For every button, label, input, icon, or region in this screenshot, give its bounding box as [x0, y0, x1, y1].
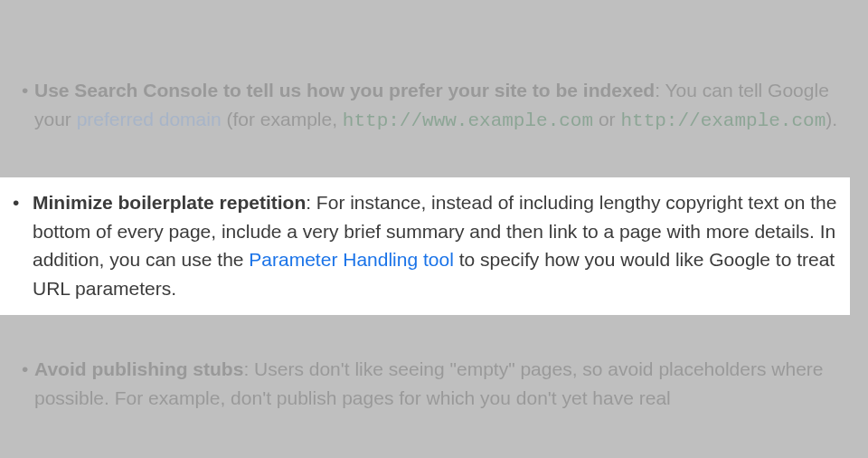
list-item: Avoid publishing stubs: Users don't like… [0, 355, 841, 412]
url-example-1: http://www.example.com [343, 110, 593, 131]
item1-title: Use Search Console to tell us how you pr… [34, 80, 655, 100]
item1-text2: (for example, [222, 109, 343, 129]
item2-title: Minimize boilerplate repetition [33, 192, 306, 213]
parameter-handling-link[interactable]: Parameter Handling tool [249, 249, 453, 270]
url-example-2: http://example.com [620, 110, 826, 131]
item1-text4: ). [826, 109, 837, 129]
item3-title: Avoid publishing stubs [34, 358, 243, 379]
list-item: Minimize boilerplate repetition: For ins… [0, 188, 844, 302]
item1-text3: or [593, 109, 620, 129]
preferred-domain-link[interactable]: preferred domain [77, 109, 222, 129]
highlighted-item: Minimize boilerplate repetition: For ins… [0, 177, 850, 315]
list-item: Use Search Console to tell us how you pr… [0, 76, 841, 135]
